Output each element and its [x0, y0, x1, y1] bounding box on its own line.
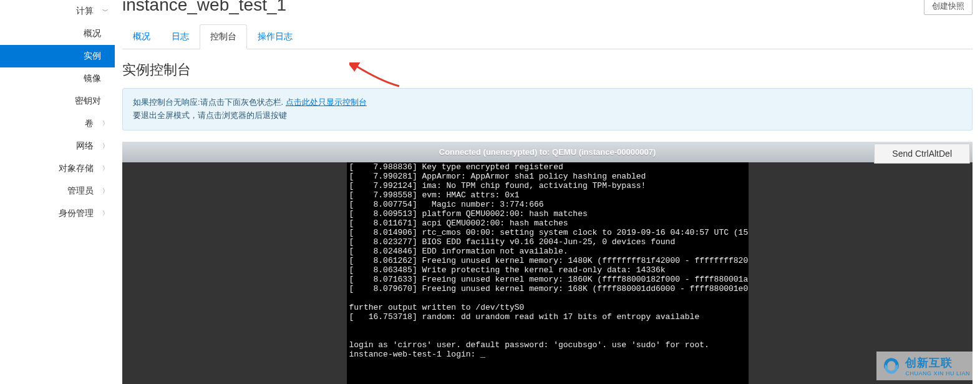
console-panel: Connected (unencrypted) to: QEMU (instan…	[122, 142, 973, 384]
sidebar-group-compute[interactable]: 计算 ﹀	[0, 0, 115, 22]
chevron-right-icon: 〉	[100, 187, 111, 195]
tab-overview[interactable]: 概况	[122, 24, 161, 49]
sidebar-group-network[interactable]: 网络 〉	[0, 135, 115, 157]
section-title: 实例控制台	[122, 61, 973, 79]
alert-text: 如果控制台无响应:请点击下面灰色状态栏.	[133, 97, 286, 107]
watermark-cn: 创新互联	[905, 357, 953, 369]
chevron-right-icon: 〉	[100, 209, 111, 218]
tab-action-log[interactable]: 操作日志	[247, 24, 303, 49]
console-body: [ 7.988836] Key type encrypted registere…	[122, 162, 973, 384]
sidebar-item-label: 实例	[84, 51, 101, 62]
logo-icon	[881, 357, 901, 375]
sidebar-item-instances[interactable]: 实例	[0, 45, 115, 67]
sidebar-group-volumes[interactable]: 卷 〉	[0, 112, 115, 135]
terminal-output[interactable]: [ 7.988836] Key type encrypted registere…	[347, 162, 749, 384]
sidebar-group-identity[interactable]: 身份管理 〉	[0, 202, 115, 225]
sidebar-item-overview[interactable]: 概况	[0, 22, 115, 45]
sidebar-group-admin[interactable]: 管理员 〉	[0, 180, 115, 202]
main-content: instance_web_test_1 创建快照 概况 日志 控制台 操作日志 …	[115, 0, 980, 384]
tab-log[interactable]: 日志	[161, 24, 200, 49]
alert-info: 如果控制台无响应:请点击下面灰色状态栏. 点击此处只显示控制台 要退出全屏模式，…	[122, 88, 973, 130]
chevron-right-icon: 〉	[100, 164, 111, 173]
sidebar: 计算 ﹀ 概况 实例 镜像 密钥对 卷 〉 网络 〉 对象存储	[0, 0, 115, 384]
watermark: 创新互联 CHUANG XIN HU LIAN	[876, 352, 975, 380]
console-status-text: Connected (unencrypted) to: QEMU (instan…	[129, 147, 966, 157]
sidebar-label: 卷	[85, 118, 94, 129]
sidebar-item-images[interactable]: 镜像	[0, 67, 115, 90]
show-only-console-link[interactable]: 点击此处只显示控制台	[286, 97, 367, 107]
alert-text-line2: 要退出全屏模式，请点击浏览器的后退按键	[133, 109, 962, 122]
sidebar-label: 网络	[76, 140, 94, 152]
sidebar-item-label: 概况	[84, 28, 101, 39]
sidebar-label: 计算	[76, 6, 94, 17]
sidebar-item-label: 密钥对	[75, 96, 101, 107]
page-title: instance_web_test_1	[122, 0, 286, 14]
tab-console[interactable]: 控制台	[200, 24, 247, 49]
watermark-en: CHUANG XIN HU LIAN	[905, 370, 970, 377]
tabs: 概况 日志 控制台 操作日志	[122, 24, 973, 49]
send-ctrl-alt-del-button[interactable]: Send CtrlAltDel	[874, 144, 970, 164]
sidebar-label: 对象存储	[59, 163, 94, 174]
chevron-right-icon: 〉	[100, 142, 111, 150]
sidebar-label: 身份管理	[59, 208, 94, 219]
chevron-down-icon: ﹀	[100, 7, 111, 16]
sidebar-item-keypairs[interactable]: 密钥对	[0, 90, 115, 112]
chevron-right-icon: 〉	[100, 119, 111, 128]
sidebar-item-label: 镜像	[84, 73, 101, 84]
sidebar-label: 管理员	[67, 185, 94, 197]
console-statusbar[interactable]: Connected (unencrypted) to: QEMU (instan…	[122, 142, 973, 162]
sidebar-group-object-storage[interactable]: 对象存储 〉	[0, 157, 115, 180]
create-snapshot-button[interactable]: 创建快照	[924, 0, 973, 15]
